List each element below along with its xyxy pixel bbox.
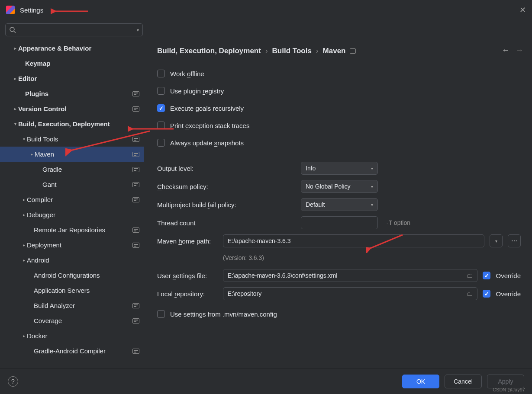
user-settings-input[interactable]: 🗀 (223, 269, 478, 282)
sidebar-item-label: Compiler (27, 196, 53, 203)
checkbox-label: Use settings from .mvn/maven.config (170, 311, 277, 318)
sidebar-item-appearance-behavior[interactable]: ▸Appearance & Behavior (0, 41, 144, 56)
sidebar-item-build-execution-deployment[interactable]: ▾Build, Execution, Deployment (0, 116, 144, 131)
sidebar-item-editor[interactable]: ▸Editor (0, 71, 144, 86)
sidebar-item-label: Gant (42, 181, 57, 188)
checkbox-label: Override (496, 272, 521, 279)
local-repository-input[interactable]: 🗀 (223, 287, 478, 300)
search-input[interactable]: ▾ (5, 23, 143, 36)
project-scope-icon (132, 349, 139, 354)
local-repository-field[interactable] (228, 290, 464, 297)
search-row: ▾ (0, 20, 532, 39)
sidebar-item-docker[interactable]: ▸Docker (0, 328, 144, 343)
sidebar-item-android[interactable]: ▸Android (0, 253, 144, 268)
project-scope-icon (132, 318, 139, 324)
apply-button[interactable]: Apply (487, 375, 524, 388)
chevron-right-icon: ▸ (29, 152, 35, 157)
sidebar-item-version-control[interactable]: ▸Version Control (0, 101, 144, 116)
dialog-button-bar: ? OK Cancel Apply (0, 368, 532, 394)
thread-hint: -T option (387, 219, 410, 226)
project-scope-icon (132, 167, 139, 172)
sidebar-item-label: Editor (18, 75, 37, 82)
chevron-right-icon: ▸ (21, 258, 27, 263)
sidebar-item-gradle[interactable]: Gradle (0, 162, 144, 177)
multiproject-select[interactable]: Default ▾ (301, 198, 378, 211)
settings-content: ← → Build, Execution, Deployment › Build… (144, 39, 532, 385)
chevron-right-icon: ▸ (21, 243, 27, 247)
ok-button[interactable]: OK (402, 375, 439, 388)
checkbox-icon (157, 104, 165, 112)
sidebar-item-debugger[interactable]: ▸Debugger (0, 207, 144, 222)
sidebar-item-application-servers[interactable]: Application Servers (0, 283, 144, 298)
print-exception-checkbox[interactable]: Print exception stack traces (157, 119, 521, 131)
folder-icon[interactable]: 🗀 (463, 272, 473, 279)
cancel-button[interactable]: Cancel (445, 375, 482, 388)
project-scope-icon (132, 303, 139, 308)
sidebar-item-label: Android Configurations (34, 272, 100, 279)
update-snapshots-checkbox[interactable]: Always update snapshots (157, 137, 521, 149)
settings-tree[interactable]: ▸Appearance & BehaviorKeymap▸EditorPlugi… (0, 39, 144, 385)
user-settings-field[interactable] (228, 272, 464, 279)
sidebar-item-build-analyzer[interactable]: Build Analyzer (0, 298, 144, 313)
project-scope-icon (132, 243, 139, 248)
sidebar-item-remote-jar-repositories[interactable]: Remote Jar Repositories (0, 222, 144, 237)
nav-arrows: ← → (502, 46, 523, 55)
chevron-right-icon: › (316, 47, 319, 55)
sidebar-item-compiler[interactable]: ▸Compiler (0, 192, 144, 207)
sidebar-item-label: Docker (27, 332, 48, 340)
search-icon (9, 26, 16, 33)
breadcrumb-root[interactable]: Build, Execution, Deployment (157, 47, 261, 55)
breadcrumb-mid[interactable]: Build Tools (272, 47, 312, 55)
project-scope-icon (132, 91, 139, 96)
maven-home-input[interactable] (223, 234, 484, 247)
maven-version-note: (Version: 3.6.3) (223, 254, 521, 261)
field-label: Output level: (157, 165, 296, 172)
back-icon[interactable]: ← (502, 46, 509, 55)
output-level-row: Output level: Info ▾ (157, 162, 521, 175)
checkbox-icon (157, 310, 165, 318)
sidebar-item-gradle-android-compiler[interactable]: Gradle-Android Compiler (0, 343, 144, 359)
sidebar-item-android-configurations[interactable]: Android Configurations (0, 268, 144, 283)
sidebar-item-label: Remote Jar Repositories (34, 226, 105, 234)
folder-icon[interactable]: 🗀 (463, 290, 473, 297)
output-level-select[interactable]: Info ▾ (301, 162, 378, 175)
execute-goals-checkbox[interactable]: Execute goals recursively (157, 102, 521, 114)
forward-icon[interactable]: → (516, 46, 523, 55)
sidebar-item-plugins[interactable]: Plugins (0, 86, 144, 101)
user-settings-override-checkbox[interactable]: Override (483, 272, 521, 279)
sidebar-item-build-tools[interactable]: ▾Build Tools (0, 131, 144, 147)
chevron-down-icon[interactable]: ▾ (137, 28, 139, 32)
maven-home-browse-button[interactable]: ⋯ (508, 234, 521, 247)
watermark: CSDN @Jay97_ (493, 387, 528, 392)
use-mvn-config-checkbox[interactable]: Use settings from .mvn/maven.config (157, 308, 521, 320)
help-icon[interactable]: ? (8, 376, 18, 387)
project-scope-icon (132, 197, 139, 202)
checkbox-label: Work offline (170, 70, 204, 77)
checkbox-icon (157, 139, 165, 147)
sidebar-item-label: Build, Execution, Deployment (18, 120, 110, 128)
maven-home-field[interactable] (228, 237, 480, 244)
sidebar-item-deployment[interactable]: ▸Deployment (0, 237, 144, 253)
checksum-policy-select[interactable]: No Global Policy ▾ (301, 180, 378, 193)
app-icon (6, 6, 15, 14)
project-scope-icon (132, 182, 139, 187)
sidebar-item-keymap[interactable]: Keymap (0, 56, 144, 71)
search-field[interactable] (19, 26, 134, 33)
close-icon[interactable]: ✕ (519, 5, 526, 15)
sidebar-item-coverage[interactable]: Coverage (0, 313, 144, 328)
thread-count-field[interactable] (306, 219, 381, 226)
multiproject-row: Multiproject build fail policy: Default … (157, 198, 521, 211)
project-scope-icon (132, 137, 139, 142)
work-offline-checkbox[interactable]: Work offline (157, 67, 521, 80)
local-repository-override-checkbox[interactable]: Override (483, 290, 521, 298)
thread-count-input[interactable] (301, 216, 378, 229)
chevron-down-icon: ▾ (371, 184, 373, 189)
plugin-registry-checkbox[interactable]: Use plugin registry (157, 85, 521, 97)
sidebar-item-maven[interactable]: ▸Maven (0, 147, 144, 162)
sidebar-item-gant[interactable]: Gant (0, 177, 144, 192)
sidebar-item-label: Keymap (25, 60, 50, 67)
checkbox-label: Print exception stack traces (170, 122, 249, 129)
checkbox-icon (157, 70, 165, 77)
field-label: Multiproject build fail policy: (157, 201, 296, 208)
maven-home-dropdown[interactable]: ▾ (490, 234, 503, 247)
